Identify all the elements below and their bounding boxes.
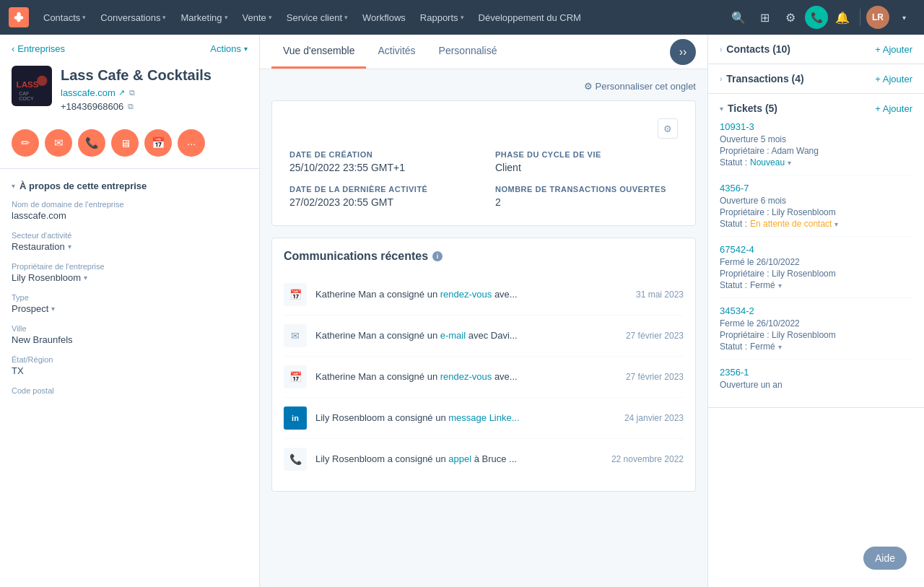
- transactions-section-header[interactable]: › Transactions (4) + Ajouter: [720, 73, 912, 84]
- nav-vente[interactable]: Vente ▾: [237, 9, 278, 26]
- tickets-add-button[interactable]: + Ajouter: [875, 103, 912, 114]
- ticket-item-4: 2356-1 Ouverture un an: [720, 360, 912, 399]
- ticket-status-0: Statut : Nouveau ▾: [720, 157, 912, 168]
- more-button[interactable]: ···: [178, 129, 205, 157]
- company-logo: LASS CAF COCY: [12, 66, 52, 106]
- ticket-status-badge-3: Fermé: [750, 342, 775, 352]
- transactions-expand-icon: ›: [720, 75, 722, 83]
- company-details: Lass Cafe & Cocktails lasscafe.com ↗ ⧉ +…: [61, 66, 212, 112]
- actions-button[interactable]: Actions ▾: [210, 43, 248, 54]
- comm-link-0[interactable]: rendez-vous: [440, 289, 492, 300]
- notifications-icon[interactable]: 🔔: [831, 6, 854, 29]
- derniere-activite-value: 27/02/2023 20:55 GMT: [289, 196, 472, 208]
- copy-phone-icon[interactable]: ⧉: [128, 102, 134, 111]
- nav-rapports[interactable]: Rapports ▾: [414, 9, 470, 26]
- secteur-dropdown-icon[interactable]: ▾: [68, 243, 71, 251]
- field-etat: État/Région TX: [12, 355, 248, 376]
- right-section-transactions: › Transactions (4) + Ajouter: [708, 64, 924, 94]
- transactions-add-button[interactable]: + Ajouter: [875, 74, 912, 84]
- transactions-section-title: Transactions (4): [726, 73, 803, 84]
- ticket-id-1[interactable]: 4356-7: [720, 183, 912, 194]
- date-creation-value: 25/10/2022 23:55 GMT+1: [289, 162, 472, 173]
- field-proprietaire-label: Propriétaire de l'entreprise: [12, 262, 248, 271]
- marketplace-icon[interactable]: ⊞: [753, 6, 776, 29]
- note-button[interactable]: ✏: [12, 129, 39, 157]
- field-secteur-value: Restauration: [12, 241, 65, 252]
- ticket-status-dropdown-2[interactable]: ▾: [778, 282, 782, 290]
- comm-link-4[interactable]: appel: [448, 453, 471, 464]
- email-button[interactable]: ✉: [45, 129, 72, 157]
- company-website[interactable]: lasscafe.com ↗ ⧉: [61, 87, 212, 98]
- account-chevron-icon[interactable]: ▾: [892, 6, 915, 29]
- ticket-status-dropdown-0[interactable]: ▾: [788, 159, 791, 167]
- help-button[interactable]: Aide: [863, 547, 907, 570]
- contacts-title-area: › Contacts (10): [720, 43, 790, 55]
- contacts-expand-icon: ›: [720, 45, 722, 53]
- nav-contacts[interactable]: Contacts ▾: [38, 9, 92, 26]
- ticket-id-4[interactable]: 2356-1: [720, 367, 912, 378]
- ticket-id-3[interactable]: 34534-2: [720, 305, 912, 316]
- phone-icon[interactable]: 📞: [805, 6, 828, 29]
- field-type-value: Prospect: [12, 303, 48, 314]
- field-secteur-label: Secteur d'activité: [12, 231, 248, 240]
- about-section: ▾ À propos de cette entreprise Nom de do…: [0, 175, 259, 411]
- tab-personnalise[interactable]: Personnalisé: [427, 35, 509, 69]
- ticket-owner-2: Propriétaire : Lily Rosenbloom: [720, 269, 912, 279]
- nav-marketing[interactable]: Marketing ▾: [175, 9, 233, 26]
- about-section-header[interactable]: ▾ À propos de cette entreprise: [12, 181, 248, 191]
- meeting-button[interactable]: 📅: [144, 129, 172, 157]
- nav-conversations[interactable]: Conversations ▾: [95, 9, 172, 26]
- field-code-postal-label: Code postal: [12, 386, 248, 395]
- personalize-bar[interactable]: ⚙ Personnaliser cet onglet: [271, 81, 696, 92]
- ticket-status-dropdown-3[interactable]: ▾: [778, 343, 782, 351]
- field-transactions: NOMBRE DE TRANSACTIONS OUVERTES 2: [495, 185, 678, 208]
- communications-card: Communications récentes i 📅 Katherine Ma…: [271, 238, 696, 492]
- ticket-item-2: 67542-4 Fermé le 26/10/2022 Propriétaire…: [720, 237, 912, 298]
- ticket-owner-1: Propriétaire : Lily Rosenbloom: [720, 207, 912, 217]
- section-divider: [0, 168, 259, 169]
- ticket-status-3: Statut : Fermé ▾: [720, 342, 912, 352]
- nav-service-client[interactable]: Service client ▾: [281, 9, 354, 26]
- call-button[interactable]: 📞: [78, 129, 105, 157]
- ticket-id-0[interactable]: 10931-3: [720, 121, 912, 132]
- transactions-title-area: › Transactions (4): [720, 73, 804, 84]
- nav-workflows[interactable]: Workflows: [357, 9, 411, 26]
- ticket-status-badge-1: En attente de contact: [750, 219, 832, 229]
- field-domain-value: lasscafe.com: [12, 210, 248, 221]
- contacts-section-header[interactable]: › Contacts (10) + Ajouter: [720, 43, 912, 55]
- field-phase: PHASE DU CYCLE DE VIE Client: [495, 150, 678, 173]
- nav-dev-crm[interactable]: Développement du CRM: [473, 9, 587, 26]
- comm-link-2[interactable]: rendez-vous: [440, 371, 492, 382]
- field-ville-label: Ville: [12, 324, 248, 333]
- left-sidebar: ‹ Entreprises Actions ▾ LASS CAF COCY La…: [0, 35, 260, 587]
- ticket-status-dropdown-1[interactable]: ▾: [834, 220, 838, 228]
- contacts-add-button[interactable]: + Ajouter: [875, 44, 912, 55]
- task-button[interactable]: 🖥: [111, 129, 139, 157]
- hubspot-logo[interactable]: [9, 7, 29, 27]
- settings-icon[interactable]: ⚙: [779, 6, 802, 29]
- tab-vue-ensemble[interactable]: Vue d'ensemble: [271, 35, 366, 69]
- tickets-section-header[interactable]: ▾ Tickets (5) + Ajouter: [720, 103, 912, 114]
- field-etat-label: État/Région: [12, 355, 248, 364]
- svg-text:COCY: COCY: [19, 96, 34, 102]
- user-avatar[interactable]: LR: [866, 6, 889, 29]
- about-section-title: À propos de cette entreprise: [19, 181, 147, 191]
- comm-link-3[interactable]: message Linke...: [448, 412, 519, 423]
- tabs-next-button[interactable]: ››: [670, 39, 696, 65]
- search-icon[interactable]: 🔍: [727, 6, 750, 29]
- ticket-status-2: Statut : Fermé ▾: [720, 280, 912, 290]
- top-navigation: Contacts ▾ Conversations ▾ Marketing ▾ V…: [0, 0, 924, 35]
- comm-item-0: 📅 Katherine Man a consigné un rendez-vou…: [284, 274, 684, 316]
- ticket-id-2[interactable]: 67542-4: [720, 244, 912, 255]
- proprietaire-dropdown-icon[interactable]: ▾: [84, 274, 87, 282]
- tickets-section-title: Tickets (5): [728, 103, 777, 114]
- back-to-entreprises[interactable]: ‹ Entreprises: [12, 43, 65, 54]
- info-card-settings-button[interactable]: ⚙: [658, 118, 678, 139]
- copy-website-icon[interactable]: ⧉: [129, 88, 135, 97]
- type-dropdown-icon[interactable]: ▾: [51, 305, 55, 313]
- communications-info-icon[interactable]: i: [432, 251, 443, 261]
- ticket-item-1: 4356-7 Ouverture 6 mois Propriétaire : L…: [720, 175, 912, 237]
- tab-activites[interactable]: Activités: [366, 35, 427, 69]
- comm-link-1[interactable]: e-mail: [440, 330, 466, 341]
- ticket-meta-1: Ouverture 6 mois: [720, 196, 912, 206]
